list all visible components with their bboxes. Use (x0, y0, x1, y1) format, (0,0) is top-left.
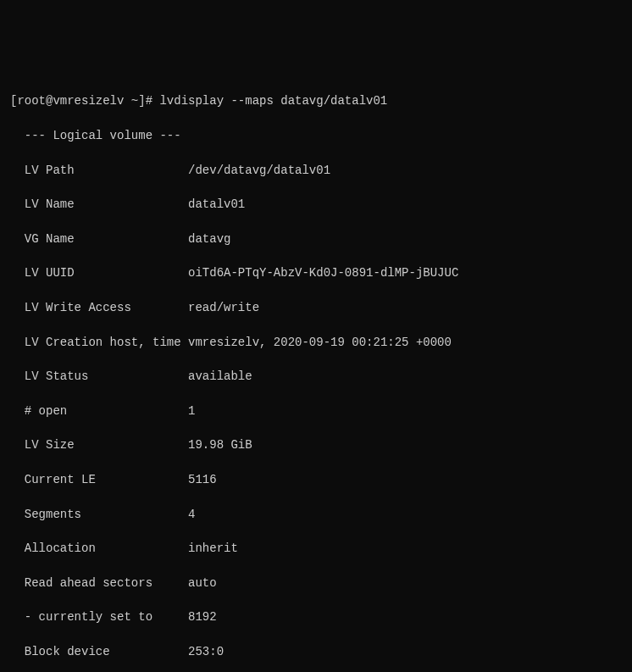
lv-status: LV Status available (10, 368, 622, 385)
lv-header: --- Logical volume --- (10, 127, 622, 144)
terminal-output: [root@vmresizelv ~]# lvdisplay --maps da… (10, 75, 622, 672)
lv-block-device: Block device 253:0 (10, 643, 622, 660)
lv-size: LV Size 19.98 GiB (10, 436, 622, 453)
lv-creation: LV Creation host, time vmresizelv, 2020-… (10, 334, 622, 351)
lv-uuid: LV UUID oiTd6A-PTqY-AbzV-Kd0J-0891-dlMP-… (10, 264, 622, 281)
lv-write-access: LV Write Access read/write (10, 299, 622, 316)
lv-current-le: Current LE 5116 (10, 471, 622, 488)
lv-open: # open 1 (10, 403, 622, 419)
lv-allocation: Allocation inherit (10, 540, 622, 557)
lv-name: LV Name datalv01 (10, 196, 622, 213)
shell-prompt-line: [root@vmresizelv ~]# lvdisplay --maps da… (10, 92, 622, 109)
lv-path: LV Path /dev/datavg/datalv01 (10, 162, 622, 179)
vg-name: VG Name datavg (10, 230, 622, 247)
lv-currently-set: - currently set to 8192 (10, 608, 622, 625)
lv-read-ahead: Read ahead sectors auto (10, 575, 622, 591)
lv-segments: Segments 4 (10, 506, 622, 523)
